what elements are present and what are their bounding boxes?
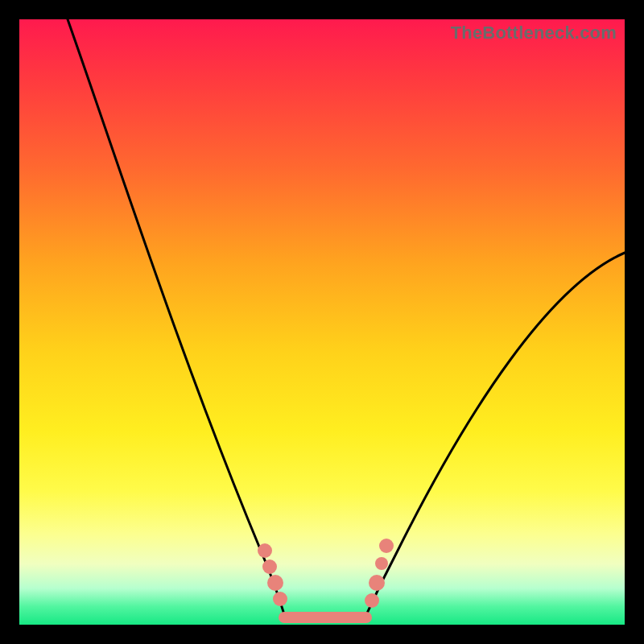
outer-frame: TheBottleneck.com <box>0 0 644 644</box>
marker-dot <box>258 543 272 558</box>
plot-area: TheBottleneck.com <box>19 19 625 625</box>
marker-dot <box>267 575 283 591</box>
marker-dot <box>262 559 277 574</box>
marker-dot <box>375 557 388 570</box>
curve-layer <box>19 19 625 625</box>
marker-dot <box>273 592 287 606</box>
bottleneck-curve <box>68 19 625 617</box>
marker-dot <box>379 539 394 553</box>
flat-segment-marker <box>279 612 372 623</box>
marker-dot <box>365 593 379 608</box>
marker-dot <box>369 575 385 591</box>
